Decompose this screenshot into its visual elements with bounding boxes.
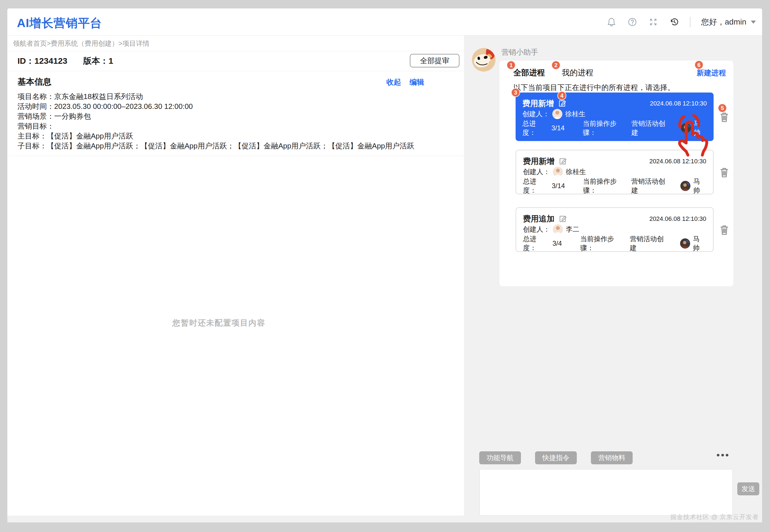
assistant-avatar	[472, 48, 496, 72]
info-field: 活动时间：2023.05.30 00:00:00–2023.06.30 12:0…	[17, 102, 464, 111]
process-timestamp: 2024.06.08 12:10:30	[649, 158, 706, 165]
info-field: 主目标：【促活】金融App用户活跃	[17, 131, 464, 141]
project-version: 版本：1	[83, 55, 113, 67]
app-title: AI增长营销平台	[17, 15, 102, 31]
quick-action-row: 功能导航 快捷指令 营销物料	[479, 451, 633, 464]
annotation-marker-5: 5	[718, 104, 727, 113]
step-label: 当前操作步骤：	[580, 234, 627, 252]
submit-all-button[interactable]: 全部提审	[410, 54, 459, 67]
operator-avatar	[680, 238, 690, 249]
project-id: ID：1234123	[17, 55, 67, 67]
process-title: 费用新增	[523, 156, 555, 167]
notification-bell-icon[interactable]	[606, 17, 617, 27]
step-label: 当前操作步骤：	[583, 177, 628, 195]
delete-process-icon[interactable]	[719, 167, 729, 178]
tab-all-processes[interactable]: 全部进程	[513, 67, 545, 78]
annotation-marker-4: 4	[557, 91, 566, 100]
breadcrumb: 领航者首页>费用系统（费用创建）>项目详情	[13, 39, 149, 48]
tab-my-processes[interactable]: 我的进程	[562, 67, 593, 78]
process-title: 费用新增	[522, 98, 554, 109]
watermark-text: 掘金技术社区 @ 京东云开发者	[670, 513, 759, 521]
dropdown-caret-icon	[751, 21, 756, 24]
info-field: 营销目标：	[17, 121, 464, 131]
process-timestamp: 2024.06.08 12:10:30	[649, 215, 706, 223]
quick-button-commands[interactable]: 快捷指令	[535, 451, 577, 464]
info-field: 项目名称：京东金融18权益日系列活动	[17, 92, 464, 102]
step-value: 营销活动创建	[631, 177, 670, 195]
process-title: 费用追加	[523, 214, 555, 224]
step-value: 营销活动创建	[632, 119, 671, 137]
progress-label: 总进度：	[523, 177, 549, 195]
quick-button-nav[interactable]: 功能导航	[479, 451, 521, 464]
annotation-marker-1: 1	[507, 61, 516, 70]
history-icon[interactable]	[669, 17, 679, 27]
creator-label: 创建人：	[522, 109, 549, 118]
progress-value: 3/14	[552, 182, 565, 190]
creator-name: 徐桂生	[566, 167, 586, 176]
app-window: AI增长营销平台 您好，ad	[7, 8, 762, 522]
process-card-fee-add-selected[interactable]: 费用新增 2024.06.08 12:10:30 创建人： 徐桂生 总进度： 3…	[516, 93, 714, 141]
assistant-process-card: 全部进程 我的进程 新建进程 以下当前项目下正在进行中的所有进程，请选择。 费用…	[500, 61, 733, 286]
user-menu[interactable]: 您好，admin	[701, 17, 756, 27]
creator-name: 徐桂生	[565, 109, 586, 118]
step-value: 营销活动创建	[630, 234, 670, 252]
chat-input[interactable]	[479, 469, 733, 516]
edit-process-icon[interactable]	[558, 100, 566, 107]
progress-value: 3/4	[553, 239, 562, 247]
operator-name: 马帅	[694, 119, 707, 137]
creator-avatar	[553, 167, 563, 177]
info-field: 子目标：【促活】金融App用户活跃；【促活】金融App用户活跃；【促活】金融Ap…	[17, 141, 464, 151]
annotation-marker-2: 2	[551, 61, 560, 70]
edit-process-icon[interactable]	[558, 215, 566, 223]
process-intro-text: 以下当前项目下正在进行中的所有进程，请选择。	[513, 83, 675, 93]
new-process-link[interactable]: 新建进程	[697, 68, 726, 78]
edit-process-icon[interactable]	[558, 157, 566, 165]
more-options-icon[interactable]: •••	[716, 450, 730, 461]
creator-name: 李二	[566, 225, 579, 234]
annotation-marker-3: 3	[511, 88, 520, 97]
progress-label: 总进度：	[522, 119, 549, 137]
delete-process-icon[interactable]	[719, 224, 729, 236]
operator-avatar	[681, 123, 691, 133]
breadcrumb-row: 领航者首页>费用系统（费用创建）>项目详情	[7, 36, 464, 51]
creator-avatar	[553, 224, 563, 234]
delete-process-icon[interactable]	[719, 111, 729, 123]
header-actions: 您好，admin	[606, 8, 756, 36]
process-card-fee-add[interactable]: 费用新增 2024.06.08 12:10:30 创建人： 徐桂生 总进度： 3…	[516, 150, 714, 194]
project-panel: 领航者首页>费用系统（费用创建）>项目详情 ID：1234123 版本：1 全部…	[7, 36, 464, 516]
info-field: 营销场景：一分购券包	[17, 111, 464, 121]
process-card-fee-append[interactable]: 费用追加 2024.06.08 12:10:30 创建人： 李二 总进度： 3/…	[516, 207, 714, 252]
operator-name: 马帅	[693, 234, 706, 252]
assistant-name: 营销小助手	[501, 47, 538, 57]
progress-value: 3/14	[551, 124, 565, 132]
project-id-row: ID：1234123 版本：1 全部提审	[7, 51, 464, 71]
collapse-link[interactable]: 收起	[386, 77, 401, 87]
greeting-text: 您好，admin	[701, 17, 746, 27]
app-header: AI增长营销平台 您好，ad	[7, 8, 762, 36]
operator-name: 马帅	[693, 177, 706, 195]
annotation-marker-6: 6	[694, 60, 703, 69]
creator-label: 创建人：	[523, 167, 550, 176]
help-icon[interactable]	[627, 17, 637, 27]
fullscreen-icon[interactable]	[648, 17, 658, 27]
process-timestamp: 2024.06.08 12:10:30	[650, 100, 707, 107]
creator-avatar	[552, 109, 562, 119]
edit-link[interactable]: 编辑	[410, 77, 424, 87]
content-area: 领航者首页>费用系统（费用创建）>项目详情 ID：1234123 版本：1 全部…	[7, 36, 762, 522]
progress-label: 总进度：	[523, 234, 550, 252]
basic-info-section: 基本信息 收起 编辑 项目名称：京东金融18权益日系列活动 活动时间：2023.…	[7, 71, 464, 156]
operator-avatar	[680, 181, 690, 191]
creator-label: 创建人：	[523, 225, 550, 234]
info-field-list: 项目名称：京东金融18权益日系列活动 活动时间：2023.05.30 00:00…	[17, 92, 464, 151]
send-button[interactable]: 发送	[737, 482, 759, 495]
step-label: 当前操作步骤：	[583, 119, 629, 137]
empty-content-hint: 您暂时还未配置项目内容	[7, 318, 430, 328]
header-divider	[690, 17, 690, 27]
quick-button-materials[interactable]: 营销物料	[591, 451, 633, 464]
